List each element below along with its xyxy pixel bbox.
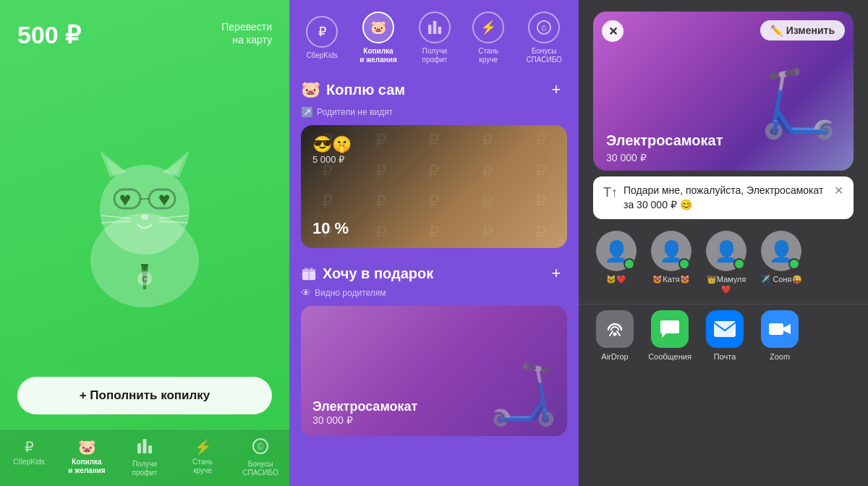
panel2-topbar: ₽ СберKids 🐷 Копилкаи желания Получипроф…	[289, 0, 579, 73]
transfer-button[interactable]: Перевестина карту	[221, 20, 272, 46]
share-msg-close-button[interactable]: ✕	[834, 184, 843, 197]
savings-label: Копилкаи желания	[68, 458, 105, 475]
airdrop-wifi-icon	[604, 318, 626, 340]
topbar-bonuses-icon: ©	[528, 12, 560, 43]
topbar-profit-icon	[419, 12, 451, 43]
tab-bonuses[interactable]: © БонусыСПАСИБО	[231, 435, 289, 480]
contact-3-avatar: 👤	[706, 231, 746, 271]
add-savings-button[interactable]: +	[545, 79, 567, 101]
preview-close-button[interactable]: ✕	[602, 20, 624, 42]
app-messages[interactable]: Сообщения	[648, 310, 692, 361]
savings-section-header: 🐷 Коплю сам +	[301, 73, 567, 102]
preview-scooter-icon: 🛴	[758, 66, 839, 142]
topbar-savings[interactable]: 🐷 Копилкаи желания	[359, 12, 396, 64]
tab-better[interactable]: ⚡ Станькруче	[174, 435, 231, 480]
svg-rect-25	[428, 25, 432, 34]
airdrop-label: AirDrop	[601, 352, 628, 361]
app-airdrop[interactable]: AirDrop	[593, 310, 637, 361]
share-message-text: Подари мне, пожалуйста, Электросамокат з…	[624, 184, 828, 212]
svg-rect-27	[438, 27, 441, 34]
airdrop-icon	[596, 310, 634, 348]
bonuses-label: БонусыСПАСИБО	[242, 460, 278, 477]
contact-3-badge	[733, 258, 745, 270]
savings-amount: 500 ₽	[17, 20, 81, 49]
savings-section-title: Коплю сам	[326, 82, 405, 98]
topbar-sberkids[interactable]: ₽ СберKids	[306, 16, 338, 60]
topbar-savings-icon: 🐷	[362, 12, 394, 43]
messages-label: Сообщения	[648, 352, 692, 361]
contact-1-badge	[624, 258, 635, 270]
app-zoom[interactable]: Zoom	[758, 310, 801, 361]
zoom-label: Zoom	[770, 352, 790, 361]
bottom-tabbar: ₽ СберKids 🐷 Копилкаи желания Получипроф…	[0, 429, 289, 486]
text-icon: T↑	[603, 185, 618, 200]
svg-rect-26	[433, 21, 437, 34]
gift-icon	[301, 265, 317, 281]
tab-sberkids[interactable]: ₽ СберKids	[0, 435, 58, 480]
profit-icon	[137, 438, 153, 458]
svg-text:©: ©	[541, 25, 547, 33]
sberkids-icon: ₽	[25, 438, 34, 456]
svg-rect-20	[137, 443, 141, 453]
contact-1[interactable]: 👤 🐱❤️	[593, 231, 639, 295]
panel-savings: 500 ₽ Перевестина карту ♥ ♥	[0, 0, 289, 486]
contact-4-avatar: 👤	[761, 231, 801, 271]
tab-savings[interactable]: 🐷 Копилкаи желания	[58, 435, 116, 480]
contact-3-name: 👑Мамуля❤️	[703, 274, 749, 295]
topbar-sberkids-label: СберKids	[306, 51, 337, 60]
profit-label: Получипрофит	[132, 460, 158, 477]
wish-item-price: 30 000 ₽	[312, 414, 556, 426]
tab-profit[interactable]: Получипрофит	[116, 435, 174, 480]
topbar-bonuses[interactable]: © БонусыСПАСИБО	[526, 12, 562, 64]
panel-share: ✕ ✏️ Изменить 🛴 Электросамокат 30 000 ₽ …	[579, 0, 868, 486]
svg-point-13	[141, 214, 148, 220]
refill-button[interactable]: + Пополнить копилку	[17, 377, 272, 414]
topbar-bonuses-label: БонусыСПАСИБО	[526, 47, 562, 64]
svg-rect-35	[769, 323, 783, 335]
cat-illustration: ♥ ♥ С	[0, 49, 289, 377]
svg-text:©: ©	[258, 442, 264, 452]
wish-subtitle: 👁 Видно родителям	[301, 287, 567, 299]
savings-card-amount: 5 000 ₽	[312, 154, 344, 165]
savings-subtitle: ↗️ Родители не видят	[301, 106, 567, 118]
panel2-content: 🐷 Коплю сам + ↗️ Родители не видят ₽₽₽₽₽…	[289, 73, 579, 486]
mail-envelope-icon	[713, 320, 736, 338]
contact-4-badge	[788, 258, 800, 270]
contact-1-avatar: 👤	[596, 231, 637, 271]
wish-item-title: Электросамокат	[312, 399, 556, 414]
contact-2[interactable]: 👤 😻Катя😻	[648, 231, 694, 295]
bonuses-icon: ©	[252, 438, 268, 458]
zoom-icon	[761, 310, 799, 348]
contact-2-badge	[678, 258, 690, 270]
savings-percent: 10 %	[312, 219, 349, 238]
contact-2-avatar: 👤	[651, 231, 692, 271]
svg-text:С: С	[142, 276, 147, 284]
topbar-profit-label: Получипрофит	[422, 47, 447, 64]
wish-card[interactable]: 🛴 Электросамокат 30 000 ₽	[301, 306, 567, 436]
topbar-profit[interactable]: Получипрофит	[419, 12, 451, 64]
preview-card-title: Электросамокат	[606, 132, 723, 149]
svg-rect-34	[714, 321, 736, 337]
contact-2-name: 😻Катя😻	[652, 274, 689, 284]
svg-point-3	[100, 165, 190, 255]
topbar-better[interactable]: ⚡ Станькруче	[472, 12, 504, 64]
savings-icon: 🐷	[78, 438, 96, 456]
preview-card-price: 30 000 ₽	[606, 152, 647, 163]
app-mail[interactable]: Почта	[703, 310, 746, 361]
apps-row: AirDrop Сообщения Почта	[579, 304, 868, 368]
wish-card-preview: ✕ ✏️ Изменить 🛴 Электросамокат 30 000 ₽	[593, 12, 854, 171]
topbar-savings-label: Копилкаи желания	[359, 47, 396, 64]
better-icon: ⚡	[194, 438, 212, 456]
better-label: Станькруче	[192, 458, 213, 475]
zoom-camera-icon	[768, 320, 791, 338]
panel-wishlist: ₽ СберKids 🐷 Копилкаи желания Получипроф…	[289, 0, 579, 486]
cat-svg: ♥ ♥ С	[65, 123, 224, 311]
contact-4[interactable]: 👤 ✈️ Соня😜	[758, 231, 804, 295]
contact-3[interactable]: 👤 👑Мамуля❤️	[703, 231, 749, 295]
sberkids-label: СберKids	[13, 458, 44, 466]
savings-card[interactable]: ₽₽₽₽₽ ₽₽₽₽₽ ₽₽₽₽₽ ₽₽₽₽₽ 😎🤫 5 000 ₽ 10 %	[301, 125, 567, 248]
preview-edit-button[interactable]: ✏️ Изменить	[760, 20, 845, 40]
contact-4-name: ✈️ Соня😜	[760, 274, 801, 284]
panel1-header: 500 ₽ Перевестина карту	[0, 0, 289, 49]
add-wish-button[interactable]: +	[545, 263, 567, 284]
